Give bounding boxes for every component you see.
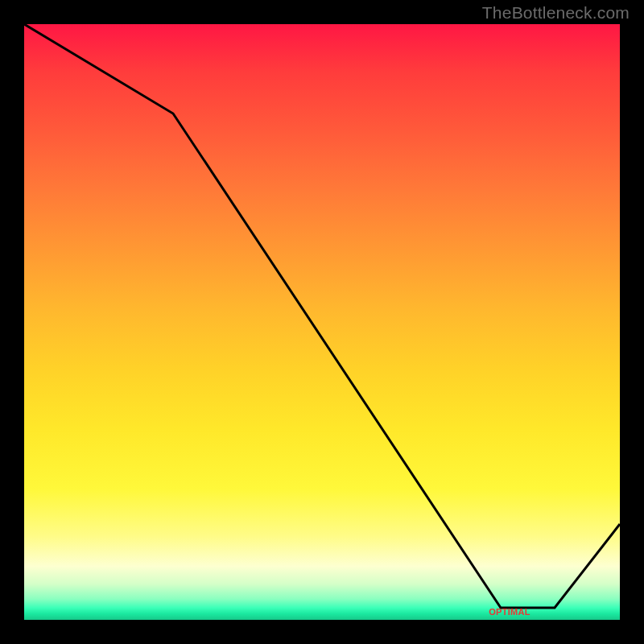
data-line [24, 24, 620, 608]
chart-area: OPTIMAL [24, 24, 620, 620]
optimal-annotation: OPTIMAL [489, 607, 530, 617]
watermark-text: TheBottleneck.com [482, 3, 630, 23]
chart-line-layer [24, 24, 620, 620]
